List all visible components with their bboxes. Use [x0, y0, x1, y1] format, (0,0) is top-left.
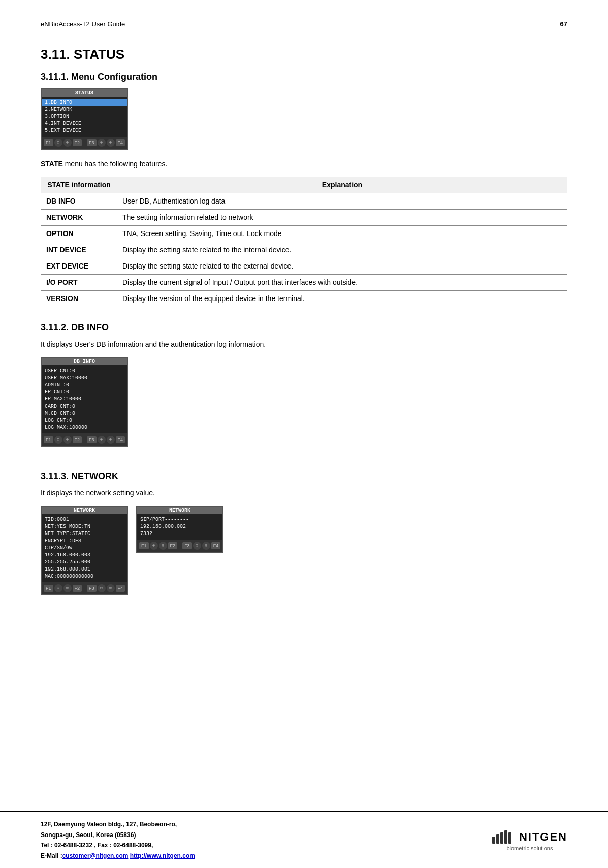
section-3-11: 3.11. STATUS 3.11.1. Menu Configuration …: [41, 47, 567, 605]
header-bar: eNBioAccess-T2 User Guide 67: [41, 20, 567, 31]
btn-f1: F1: [44, 139, 53, 146]
table-row: NETWORKThe setting information related t…: [41, 210, 567, 226]
table-cell-state: EXT DEVICE: [41, 258, 117, 275]
table-cell-explanation: Display the setting state related to the…: [117, 258, 567, 275]
btn-up-1: ⊙: [54, 139, 62, 147]
btn-down-net2b: ⊕: [202, 542, 210, 550]
btn-f2-net2: F2: [168, 542, 178, 549]
state-info-table: STATE information Explanation DB INFOUse…: [41, 177, 567, 307]
screen-buttons-dbinfo: F1 ⊙ ⊕ F2 F3 ⊙ ⊕ F4: [42, 433, 127, 446]
table-cell-explanation: Display the version of the equipped devi…: [117, 291, 567, 307]
table-cell-state: DB INFO: [41, 193, 117, 210]
network2-line: 7332: [140, 531, 152, 537]
table-cell-state: INT DEVICE: [41, 242, 117, 258]
screen-buttons-status: F1 ⊙ ⊕ F2 F3 ⊙ ⊕ F4: [42, 137, 127, 149]
screen-buttons-net1: F1 ⊙ ⊕ F2 F3 ⊙ ⊕ F4: [42, 582, 127, 594]
table-cell-state: I/O PORT: [41, 275, 117, 291]
table-row: INT DEVICEDisplay the setting state rela…: [41, 242, 567, 258]
network1-line: 255.255.255.000: [45, 559, 90, 565]
screen-content-network1: TID:0001NET:YES MODE:TNNET TYPE:STATICEN…: [42, 514, 127, 582]
btn-up-net2a: ⊙: [150, 542, 158, 550]
logo-tagline: biometric solutions: [506, 845, 553, 851]
btn-f4-db: F4: [116, 436, 125, 443]
network1-line: 192.168.000.001: [45, 566, 90, 572]
page-container: eNBioAccess-T2 User Guide 67 3.11. STATU…: [0, 0, 608, 671]
btn-f4-net1: F4: [116, 585, 125, 592]
screen-menu-item-2: 2.NETWORK: [45, 107, 72, 112]
btn-f4-net2: F4: [211, 542, 221, 549]
btn-up-net1a: ⊙: [54, 584, 62, 592]
table-cell-explanation: The setting information related to netwo…: [117, 210, 567, 226]
table-cell-state: OPTION: [41, 226, 117, 242]
screen-title-status: STATUS: [42, 89, 127, 97]
footer-address: 12F, Daemyung Valeon bldg., 127, Beobwon…: [41, 819, 195, 861]
btn-up-2: ⊙: [98, 139, 106, 147]
svg-rect-2: [500, 832, 503, 844]
btn-down-1: ⊕: [63, 139, 72, 147]
table-row: DB INFOUser DB, Authentication log data: [41, 193, 567, 210]
screen-title-dbinfo: DB INFO: [42, 358, 127, 365]
network-screens-row: NETWORK TID:0001NET:YES MODE:TNNET TYPE:…: [41, 506, 567, 605]
footer-url-link[interactable]: http://www.nitgen.com: [130, 852, 195, 859]
table-cell-explanation: TNA, Screen setting, Saving, Time out, L…: [117, 226, 567, 242]
dbinfo-line: ADMIN :0: [45, 382, 69, 388]
device-screen-network1: NETWORK TID:0001NET:YES MODE:TNNET TYPE:…: [41, 506, 128, 595]
network1-line: MAC:000000000000: [45, 574, 93, 579]
table-cell-state: VERSION: [41, 291, 117, 307]
network2-line: SIP/PORT--------: [140, 517, 189, 522]
btn-down-db1: ⊕: [63, 436, 72, 444]
screen-menu-item-1: 1.DB INFO: [42, 99, 127, 106]
btn-up-db1: ⊙: [54, 436, 62, 444]
table-row: OPTIONTNA, Screen setting, Saving, Time …: [41, 226, 567, 242]
btn-up-net1b: ⊙: [98, 584, 106, 592]
table-cell-explanation: Display the setting state related to the…: [117, 242, 567, 258]
screen-title-network1: NETWORK: [42, 507, 127, 514]
btn-down-db2: ⊕: [107, 436, 115, 444]
subsection-3-11-1: 3.11.1. Menu Configuration STATUS 1.DB I…: [41, 72, 567, 307]
device-screen-dbinfo: DB INFO USER CNT:0USER MAX:10000ADMIN :0…: [41, 357, 128, 447]
state-bold-word: STATE: [41, 160, 63, 168]
dbinfo-line: FP CNT:0: [45, 389, 69, 395]
logo-text-nitgen: NITGEN: [519, 830, 567, 844]
footer-email-link[interactable]: customer@nitgen.com: [62, 852, 129, 859]
btn-f1-net2: F1: [139, 542, 149, 549]
screen-title-network2: NETWORK: [137, 507, 222, 514]
network2-line: 192.168.000.002: [140, 524, 186, 529]
footer-line-1: 12F, Daemyung Valeon bldg., 127, Beobwon…: [41, 821, 177, 828]
dbinfo-line: FP MAX:10000: [45, 396, 81, 402]
screen-content-status: 1.DB INFO 2.NETWORK 3.OPTION 4.INT DEVIC…: [42, 97, 127, 137]
footer-line-4: E-Mail :customer@nitgen.com http://www.n…: [41, 852, 195, 859]
btn-f3-net2: F3: [182, 542, 192, 549]
btn-f3-net1: F3: [87, 585, 97, 592]
screen-menu-item-5: 5.EXT DEVICE: [45, 128, 81, 133]
table-header-col1: STATE information: [41, 177, 117, 193]
dbinfo-line: USER CNT:0: [45, 368, 75, 374]
btn-down-net2a: ⊕: [159, 542, 167, 550]
table-header-col2: Explanation: [117, 177, 567, 193]
svg-rect-0: [492, 837, 495, 844]
state-intro-text: menu has the following features.: [63, 160, 167, 168]
state-intro: STATE menu has the following features.: [41, 159, 567, 170]
btn-up-net2b: ⊙: [193, 542, 201, 550]
header-page-number: 67: [560, 20, 567, 28]
subsection-3-11-2: 3.11.2. DB INFO It displays User's DB in…: [41, 322, 567, 456]
screen-content-network2: SIP/PORT--------192.168.000.0027332: [137, 514, 222, 540]
device-screen-network2: NETWORK SIP/PORT--------192.168.000.0027…: [136, 506, 223, 553]
dbinfo-line: LOG CNT:0: [45, 418, 72, 423]
table-row: EXT DEVICEDisplay the setting state rela…: [41, 258, 567, 275]
device-screen-status: STATUS 1.DB INFO 2.NETWORK 3.OPTION 4.IN…: [41, 88, 128, 150]
btn-f2-net1: F2: [73, 585, 82, 592]
header-title: eNBioAccess-T2 User Guide: [41, 20, 125, 28]
logo-svg: [492, 829, 518, 844]
subsection-title-3: 3.11.3. NETWORK: [41, 471, 567, 482]
btn-up-db2: ⊙: [98, 436, 106, 444]
screen-menu-item-3: 3.OPTION: [45, 114, 69, 119]
svg-rect-1: [496, 834, 499, 844]
btn-f3-db: F3: [87, 436, 97, 443]
table-row: VERSIONDisplay the version of the equipp…: [41, 291, 567, 307]
footer-logo: NITGEN biometric solutions: [492, 829, 567, 851]
btn-down-net1a: ⊕: [63, 584, 72, 592]
dbinfo-line: CARD CNT:0: [45, 404, 75, 409]
network1-line: ENCRYPT :DES: [45, 538, 81, 544]
btn-f2: F2: [73, 139, 82, 146]
